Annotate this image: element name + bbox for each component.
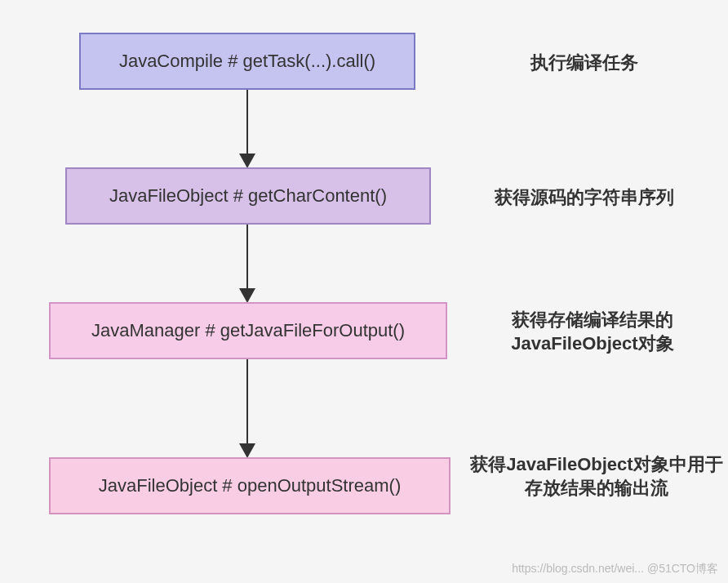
watermark-text: https://blog.csdn.net/wei... @51CTO博客 <box>512 562 718 576</box>
flowchart-node-2: JavaFileObject # getCharContent() <box>65 167 431 225</box>
flowchart-node-3: JavaManager # getJavaFileForOutput() <box>49 302 447 359</box>
flowchart-diagram: JavaCompile # getTask(...).call() 执行编译任务… <box>0 0 728 583</box>
arrowhead-1 <box>239 154 255 168</box>
flowchart-node-4: JavaFileObject # openOutputStream() <box>49 457 451 514</box>
flowchart-node-1: JavaCompile # getTask(...).call() <box>79 33 415 90</box>
annotation-3: 获得存储编译结果的JavaFileObject对象 <box>470 309 715 355</box>
node-4-label: JavaFileObject # openOutputStream() <box>99 475 402 496</box>
annotation-2: 获得源码的字符串序列 <box>470 185 699 210</box>
node-3-label: JavaManager # getJavaFileForOutput() <box>91 320 405 341</box>
arrowhead-3 <box>239 443 255 458</box>
arrow-1 <box>246 90 248 155</box>
arrow-3 <box>246 359 248 445</box>
arrowhead-2 <box>239 288 255 303</box>
node-2-label: JavaFileObject # getCharContent() <box>109 185 387 207</box>
arrow-2 <box>246 225 248 290</box>
annotation-4: 获得JavaFileObject对象中用于存放结果的输出流 <box>470 453 723 500</box>
node-1-label: JavaCompile # getTask(...).call() <box>119 51 375 72</box>
annotation-1: 执行编译任务 <box>470 51 699 75</box>
